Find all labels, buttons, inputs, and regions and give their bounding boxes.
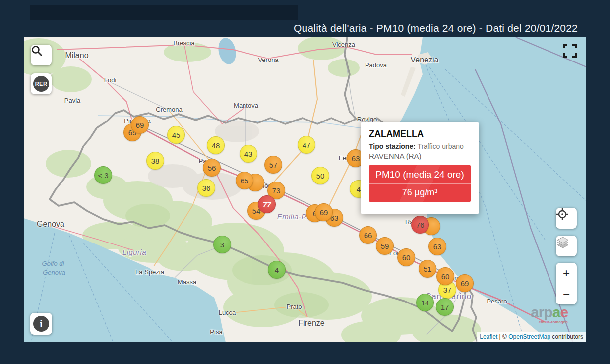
locate-icon — [556, 208, 569, 221]
station-marker[interactable]: 60 — [397, 248, 415, 266]
popup-value: 76 µg/m³ — [369, 184, 471, 202]
search-icon — [31, 45, 43, 57]
rer-logo-icon: RER — [33, 76, 49, 92]
station-popup: ZALAMELLA Tipo stazione: Traffico urbano… — [361, 122, 479, 214]
station-marker[interactable]: 14 — [416, 294, 434, 311]
rer-home-button[interactable]: RER — [31, 73, 52, 94]
top-strip — [30, 5, 298, 20]
station-marker[interactable]: 65 — [236, 172, 253, 189]
fullscreen-icon — [562, 43, 577, 58]
popup-value-box: PM10 (media 24 ore) 76 µg/m³ — [369, 165, 471, 202]
locate-button[interactable] — [556, 208, 577, 229]
station-marker[interactable]: 48 — [207, 136, 225, 154]
station-marker[interactable]: 45 — [167, 126, 185, 144]
layers-button[interactable] — [556, 236, 577, 256]
station-marker[interactable]: < 3 — [94, 166, 112, 184]
station-marker[interactable]: 57 — [264, 156, 282, 174]
station-marker[interactable]: 36 — [197, 179, 215, 197]
attribution-suffix: contributors — [552, 333, 583, 340]
search-button[interactable] — [31, 45, 52, 65]
zoom-in-button[interactable]: + — [556, 263, 577, 284]
zoom-control: + − — [556, 263, 577, 304]
leaflet-link[interactable]: Leaflet — [480, 333, 497, 340]
layers-icon — [556, 236, 570, 249]
popup-station-name: ZALAMELLA — [369, 129, 471, 139]
attribution-bar: Leaflet | © OpenStreetMap contributors — [477, 332, 586, 342]
station-marker[interactable]: 69 — [131, 116, 149, 134]
popup-type-label: Tipo stazione: — [369, 142, 416, 150]
station-marker[interactable]: 50 — [311, 167, 329, 184]
station-marker[interactable]: 51 — [419, 260, 436, 278]
station-marker[interactable]: 69 — [315, 203, 333, 221]
station-marker[interactable]: 3 — [213, 236, 231, 253]
station-marker[interactable]: 66 — [359, 226, 377, 244]
zoom-out-button[interactable]: − — [556, 284, 577, 305]
osm-link[interactable]: OpenStreetMap — [508, 333, 550, 340]
air-quality-dashboard: Qualità dell'aria - PM10 (media 24 ore) … — [0, 0, 610, 364]
page-title: Qualità dell'aria - PM10 (media 24 ore) … — [24, 20, 578, 37]
station-markers: 6969454838< 3563643574750657354776346636… — [24, 37, 586, 342]
station-marker[interactable]: 4 — [268, 261, 286, 279]
station-marker[interactable]: 60 — [436, 267, 454, 285]
station-marker[interactable]: 43 — [240, 145, 257, 163]
leaflet-map[interactable]: MilanoLodiPaviaBresciaVeronaVicenzaPadov… — [24, 37, 586, 342]
info-icon: i — [33, 316, 49, 332]
station-marker[interactable]: 76 — [411, 216, 429, 234]
station-marker[interactable]: 63 — [428, 238, 446, 255]
popup-metric-label: PM10 (media 24 ore) — [369, 165, 471, 184]
station-marker[interactable]: 69 — [456, 274, 474, 292]
fullscreen-button[interactable] — [562, 43, 577, 58]
popup-type-value: Traffico urbano — [418, 142, 464, 150]
station-marker[interactable]: 77 — [258, 195, 276, 213]
popup-province: RAVENNA (RA) — [369, 152, 471, 160]
station-marker[interactable]: 59 — [376, 237, 394, 255]
attribution-separator: | © — [499, 333, 507, 340]
popup-station-type: Tipo stazione: Traffico urbano — [369, 142, 471, 150]
info-button[interactable]: i — [30, 313, 52, 335]
station-marker[interactable]: 56 — [203, 159, 221, 177]
station-marker[interactable]: 17 — [436, 298, 454, 316]
station-marker[interactable]: 38 — [146, 152, 164, 170]
station-marker[interactable]: 47 — [298, 136, 315, 154]
